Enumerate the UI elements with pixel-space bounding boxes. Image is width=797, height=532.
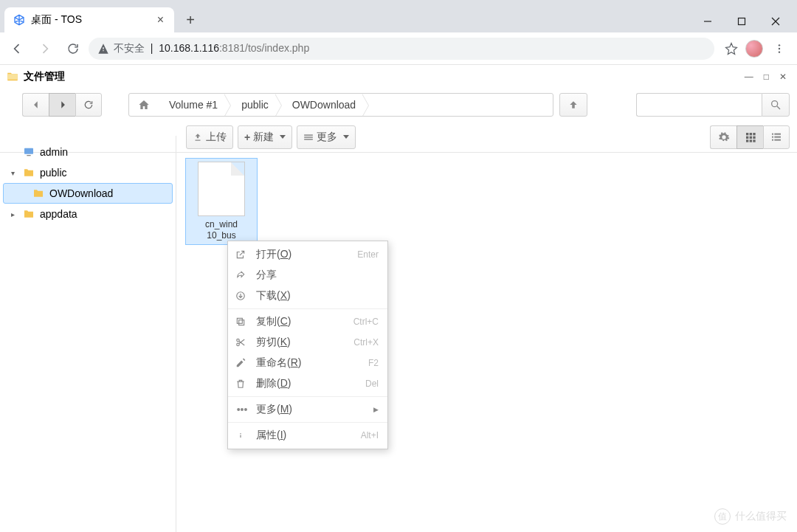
browser-tab[interactable]: 桌面 - TOS × — [4, 7, 174, 32]
search-button[interactable] — [762, 93, 790, 117]
app-titlebar: 文件管理 — □ ✕ — [0, 65, 797, 89]
svg-rect-22 — [774, 133, 781, 134]
app-nav-toolbar: Volume #1 public OWDownload — [0, 89, 797, 121]
back-button[interactable] — [22, 93, 49, 117]
insecure-icon — [97, 43, 109, 55]
svg-line-8 — [777, 106, 780, 109]
ctx-open[interactable]: 打开(O) Enter — [228, 244, 387, 265]
refresh-button[interactable] — [75, 93, 102, 117]
search-input[interactable] — [636, 93, 762, 117]
close-tab-icon[interactable]: × — [156, 13, 165, 27]
breadcrumb-segment[interactable]: Volume #1 — [159, 94, 231, 116]
svg-point-4 — [779, 44, 780, 46]
browser-back-button[interactable] — [4, 36, 30, 61]
tree-label: admin — [40, 146, 68, 158]
copy-icon — [235, 317, 249, 327]
tree-item-public[interactable]: ▾ public — [3, 162, 173, 183]
maximize-button[interactable] — [725, 10, 759, 32]
bookmark-star-icon[interactable] — [725, 42, 738, 55]
profile-avatar[interactable] — [745, 40, 763, 58]
tree-item-appdata[interactable]: ▸ appdata — [3, 204, 173, 224]
browser-menu-icon[interactable] — [770, 40, 788, 58]
ctx-delete[interactable]: 删除(D) Del — [228, 373, 387, 394]
breadcrumb-segment[interactable]: public — [231, 94, 282, 116]
breadcrumb: Volume #1 public OWDownload — [128, 93, 553, 117]
chevron-right-icon: ▸ — [7, 210, 18, 218]
browser-forward-button[interactable] — [32, 36, 58, 61]
folder-icon — [22, 166, 35, 179]
ctx-more[interactable]: ••• 更多(M) — [228, 399, 387, 420]
app-close-button[interactable]: ✕ — [779, 72, 787, 82]
info-icon — [235, 430, 249, 441]
computer-icon — [22, 145, 35, 159]
file-name: cn_wind10_bus — [189, 219, 254, 241]
svg-rect-28 — [27, 155, 30, 156]
up-folder-button[interactable] — [559, 93, 587, 117]
tree-label: appdata — [40, 208, 77, 220]
svg-rect-1 — [739, 18, 745, 25]
context-menu: 打开(O) Enter 分享 下载(X) 复制(C) Ctrl+C 剪切(K) … — [227, 241, 388, 449]
svg-point-7 — [772, 101, 778, 107]
url-text: 不安全 | 10.168.1.116:8181/tos/index.php — [114, 42, 309, 55]
ctx-download[interactable]: 下载(X) — [228, 286, 387, 306]
ctx-copy[interactable]: 复制(C) Ctrl+C — [228, 311, 387, 332]
folder-icon — [6, 70, 19, 83]
tab-title: 桌面 - TOS — [31, 13, 150, 27]
svg-rect-14 — [753, 133, 755, 135]
ctx-properties[interactable]: 属性(I) Alt+I — [228, 425, 387, 446]
ctx-share[interactable]: 分享 — [228, 265, 387, 286]
browser-tabstrip: 桌面 - TOS × + — [0, 0, 797, 32]
trash-icon — [235, 379, 249, 389]
tree-item-admin[interactable]: admin — [3, 142, 173, 162]
svg-point-5 — [779, 47, 780, 49]
folder-icon — [32, 187, 45, 200]
file-manager-app: 文件管理 — □ ✕ Volume #1 public OWDownload — [0, 65, 797, 532]
watermark: 值 什么值得买 — [714, 508, 787, 525]
ctx-cut[interactable]: 剪切(K) Ctrl+X — [228, 332, 387, 353]
svg-rect-21 — [772, 133, 773, 134]
breadcrumb-home[interactable] — [129, 99, 159, 111]
pencil-icon — [235, 358, 249, 368]
forward-button[interactable] — [49, 93, 75, 117]
download-icon — [235, 291, 249, 301]
svg-point-6 — [779, 51, 780, 52]
chevron-down-icon: ▾ — [7, 169, 18, 177]
minimize-button[interactable] — [691, 10, 725, 32]
svg-rect-27 — [24, 148, 33, 154]
browser-toolbar: 不安全 | 10.168.1.116:8181/tos/index.php — [0, 32, 797, 65]
svg-rect-13 — [749, 133, 751, 135]
app-title: 文件管理 — [24, 70, 65, 83]
open-icon — [235, 249, 249, 260]
app-maximize-button[interactable]: □ — [764, 72, 769, 82]
folder-icon — [22, 207, 35, 221]
tree-label: OWDownload — [49, 187, 113, 199]
browser-reload-button[interactable] — [61, 36, 86, 61]
svg-rect-30 — [239, 320, 244, 325]
close-window-button[interactable] — [759, 10, 793, 32]
address-bar[interactable]: 不安全 | 10.168.1.116:8181/tos/index.php — [89, 38, 714, 60]
app-minimize-button[interactable]: — — [745, 72, 753, 82]
cube-icon — [13, 14, 25, 26]
folder-tree: admin ▾ public OWDownload ▸ appdata — [0, 136, 176, 532]
file-item[interactable]: cn_wind10_bus — [185, 158, 258, 245]
new-tab-button[interactable]: + — [180, 10, 201, 30]
breadcrumb-segment[interactable]: OWDownload — [282, 94, 369, 116]
window-controls — [691, 10, 793, 32]
ellipsis-icon: ••• — [235, 404, 249, 415]
tree-label: public — [40, 167, 67, 179]
tree-item-owdownload[interactable]: OWDownload — [3, 183, 173, 204]
svg-rect-12 — [746, 133, 748, 135]
share-icon — [235, 270, 249, 280]
svg-rect-31 — [237, 318, 242, 323]
file-icon — [198, 162, 245, 216]
ctx-rename[interactable]: 重命名(R) F2 — [228, 353, 387, 373]
scissors-icon — [235, 337, 249, 348]
